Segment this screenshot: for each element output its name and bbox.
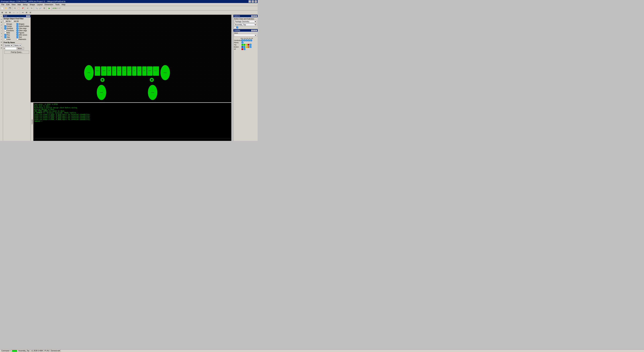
visibility-minimize[interactable]: _	[251, 30, 253, 31]
cline-check[interactable]	[16, 28, 18, 29]
cond-pin[interactable]	[246, 40, 248, 41]
minimize-btn[interactable]: _	[248, 0, 251, 3]
all-on-radio[interactable]	[4, 20, 6, 22]
copy-btn[interactable]: 📋	[17, 6, 21, 10]
run-btn[interactable]: ▶	[48, 6, 51, 10]
class-select[interactable]: Package Geometry	[234, 20, 257, 23]
options-check1[interactable]	[234, 26, 236, 28]
pad-a4b9-label: A4B9	[103, 70, 105, 71]
symbol-select[interactable]: Symbol	[4, 44, 13, 46]
zoom-in-btn[interactable]: 🔍	[35, 6, 38, 10]
menu-edit[interactable]: Edit	[5, 3, 10, 6]
menu-view[interactable]: View	[10, 3, 16, 6]
all-off-radio[interactable]	[12, 20, 14, 22]
planes-etch[interactable]	[242, 42, 243, 44]
maximize-btn[interactable]: □	[252, 0, 254, 3]
vias-check[interactable]	[4, 36, 6, 38]
close-btn[interactable]: ×	[254, 0, 257, 3]
options-expand[interactable]: □	[253, 15, 255, 17]
cond-drc[interactable]	[248, 40, 250, 41]
tb2-btn7[interactable]: ⊞	[25, 11, 28, 14]
zoom-out-btn[interactable]: 🔎	[38, 6, 42, 10]
undo-btn[interactable]: ↩	[26, 6, 30, 10]
find-panel-close[interactable]: ×	[28, 15, 30, 17]
other-check[interactable]	[16, 30, 18, 32]
cond-via[interactable]	[244, 40, 246, 41]
ratsnests-check[interactable]	[16, 38, 18, 40]
visibility-close[interactable]: ×	[255, 30, 257, 31]
vis-planes-cells	[242, 42, 243, 44]
groups-check[interactable]	[4, 23, 6, 25]
find-by-query-button[interactable]: Find by Query...	[4, 51, 29, 54]
menu-layout[interactable]: Layout	[36, 3, 44, 6]
nets-check[interactable]	[4, 32, 6, 34]
tb2-btn5[interactable]: ←	[16, 11, 20, 14]
pad-a5-label: A5	[114, 70, 115, 71]
shapes-check[interactable]	[16, 23, 18, 25]
tb2-btn1[interactable]: ⊞	[0, 11, 4, 14]
lines-check[interactable]	[4, 38, 6, 40]
more-button[interactable]: More...	[17, 47, 24, 50]
command-input[interactable]	[33, 139, 231, 140]
menu-dimension[interactable]: Dimension	[44, 3, 54, 6]
top-all[interactable]	[250, 44, 252, 46]
tb2-btn6[interactable]: ⇥	[21, 11, 24, 14]
options-close[interactable]: ×	[255, 15, 257, 17]
tool-rect[interactable]: □	[0, 26, 3, 29]
canvas-scroll-v[interactable]	[231, 15, 233, 141]
subclass-select[interactable]: Assembly_Top	[234, 23, 257, 26]
symbols-check[interactable]	[4, 28, 6, 29]
tb2-btn3[interactable]: ⊞	[8, 11, 12, 14]
new-btn[interactable]: 📄	[0, 6, 4, 10]
tool-via[interactable]: ⊙	[0, 41, 3, 44]
cond-all[interactable]	[250, 40, 252, 41]
tb2-btn4[interactable]: →	[12, 11, 16, 14]
find-name-input[interactable]	[5, 47, 17, 50]
save-btn[interactable]: 💾	[8, 6, 12, 10]
tool-text[interactable]: T	[0, 32, 3, 35]
find-panel-minimize[interactable]: _	[26, 15, 28, 17]
tool-line[interactable]: ╱	[0, 24, 3, 26]
text-check[interactable]	[16, 36, 18, 38]
menu-shape[interactable]: Shape	[29, 3, 36, 6]
tool-shape[interactable]: ◈	[0, 44, 3, 46]
open-btn[interactable]: 📂	[4, 6, 8, 10]
ai-on-label[interactable]: AI On	[52, 8, 56, 9]
tool-3d[interactable]: ◎	[0, 46, 3, 49]
menu-help[interactable]: Help	[60, 3, 66, 6]
figures-check[interactable]	[16, 32, 18, 34]
views-select[interactable]	[234, 34, 257, 36]
tool-circle[interactable]: ○	[0, 29, 3, 32]
tool-select[interactable]: ↖	[0, 15, 3, 18]
paste-btn[interactable]: 📌	[21, 6, 24, 10]
menu-tools[interactable]: Tools	[54, 3, 61, 6]
ai-off-label[interactable]: AI Off	[57, 8, 60, 9]
visibility-expand[interactable]: □	[253, 30, 255, 31]
tb2-btn8[interactable]: ⊟	[28, 11, 32, 14]
tool-pointer[interactable]: ▷	[0, 18, 3, 21]
pins-check[interactable]	[4, 34, 6, 36]
tb2-btn2[interactable]: ⊟	[4, 11, 8, 14]
vis-hdr-pin: Pin	[246, 38, 248, 39]
drc-check[interactable]	[16, 34, 18, 36]
tool-zoom[interactable]: ⊕	[0, 21, 3, 24]
functions-check[interactable]	[4, 30, 6, 32]
options-minimize[interactable]: _	[251, 15, 253, 17]
menu-add[interactable]: Add	[16, 3, 22, 6]
all-all[interactable]	[244, 48, 245, 50]
voids-check[interactable]	[16, 25, 18, 27]
menu-setup[interactable]: Setup	[22, 3, 29, 6]
bot-all[interactable]	[250, 46, 252, 48]
menu-file[interactable]: File	[0, 3, 5, 6]
cond-etch[interactable]	[242, 40, 243, 41]
tool-pin[interactable]: †	[0, 35, 3, 38]
toolbar2: ⊞ ⊟ ⊞ → ← ⇥ ⊞ ⊟	[0, 10, 258, 15]
cut-btn[interactable]: ✂	[13, 6, 17, 10]
redo-btn[interactable]: ↪	[30, 6, 33, 10]
options-check2[interactable]	[236, 26, 238, 28]
name-select[interactable]: Name	[14, 44, 22, 46]
comps-check[interactable]	[4, 25, 6, 27]
zoom-fit-btn[interactable]: ⊡	[42, 6, 46, 10]
console-output[interactable]: Test pick: -4.3434 -4.6736 Pick text to …	[33, 103, 231, 138]
tool-route[interactable]: ≈	[0, 38, 3, 40]
